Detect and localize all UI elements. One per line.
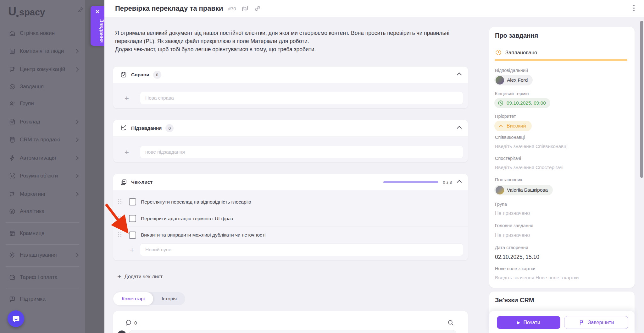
activities-header[interactable]: Справи 0 [113, 67, 468, 83]
modal-backdrop[interactable]: Uspacy Стрічка новин Компанія та люди Це… [0, 0, 104, 333]
sidebar-item-newsfeed[interactable]: Стрічка новин [9, 29, 81, 38]
link-icon[interactable] [254, 5, 261, 12]
priority-high-icon [498, 123, 504, 129]
avatar [496, 186, 504, 194]
sidebar-item-groups[interactable]: Групи [9, 99, 81, 108]
comments-history-tabs: Коментарі Історія [113, 292, 185, 305]
comment-bubble-icon [125, 319, 132, 326]
sidebar: Uspacy Стрічка новин Компанія та люди Це… [0, 0, 85, 333]
section-subtasks: Підзавдання 0 + [113, 120, 468, 162]
check-circle-icon [9, 83, 16, 90]
drag-handle-icon[interactable] [118, 199, 121, 205]
status-selector[interactable]: Заплановано [495, 49, 537, 56]
task-header: Перевірка перекладу та правки #70 [104, 0, 644, 17]
comment-input[interactable] [129, 330, 457, 333]
priority-pill[interactable]: Високий [494, 121, 532, 131]
search-icon[interactable] [447, 319, 454, 326]
uspacy-logo: Uspacy [8, 5, 45, 18]
slideover-tab-label: Завдання [91, 18, 104, 45]
sidebar-item-communications[interactable]: Центр комунікацій [9, 65, 81, 74]
checklist-item: Переглянути переклад на відповідність гл… [113, 194, 468, 210]
checkbox[interactable] [129, 232, 136, 239]
sidebar-item-marketing[interactable]: Маркетинг [9, 189, 81, 199]
sidebar-item-tasks[interactable]: Завдання [9, 82, 81, 91]
chevron-right-icon [74, 49, 79, 53]
comments-card: 0 [113, 311, 468, 333]
close-icon[interactable]: × [91, 8, 104, 16]
start-button[interactable]: ▶ Почати [497, 316, 560, 329]
page-title: Перевірка перекладу та правки [115, 4, 223, 13]
more-menu-icon[interactable] [633, 5, 635, 11]
sidebar-item-settings[interactable]: Налаштування [9, 250, 81, 260]
sidebar-item-support[interactable]: Підтримка [9, 294, 81, 304]
section-activities: Справи 0 + [113, 67, 468, 108]
author-pill[interactable]: Valeriia Башкірова [494, 185, 553, 195]
subtasks-icon [120, 125, 127, 132]
task-panel: Перевірка перекладу та правки #70 Я отри… [104, 0, 644, 333]
scrollbar-thumb[interactable] [640, 21, 643, 178]
chevron-right-icon [74, 67, 79, 72]
section-checklist: Чек-лист 0 з 3 Переглянути переклад на в… [113, 174, 468, 260]
chevron-up-icon[interactable] [457, 72, 462, 77]
divider [6, 222, 79, 223]
chevron-right-icon [74, 174, 79, 178]
new-subtask-input[interactable] [140, 146, 463, 158]
chevron-up-icon[interactable] [457, 180, 462, 185]
support-chat-fab[interactable] [8, 310, 24, 327]
comments-count: 0 [125, 319, 137, 326]
plus-icon[interactable]: + [125, 149, 129, 156]
checkbox[interactable] [129, 198, 136, 205]
new-activity-input[interactable] [140, 92, 463, 104]
pin-sidebar-icon[interactable] [77, 6, 84, 13]
task-actions-bar: ▶ Почати Завершити [489, 311, 635, 333]
coexecutors-input[interactable]: Введіть значення Співвиконавці [495, 144, 568, 149]
created-date-value: 02.10.2025, 15:10 [495, 254, 539, 260]
new-checklist-item-input[interactable] [140, 243, 463, 256]
home-icon [9, 30, 16, 37]
slideover-tab-tasks[interactable]: × Завдання [91, 6, 104, 46]
checkbox[interactable] [129, 215, 136, 222]
question-bubble-icon [9, 296, 16, 303]
sidebar-item-smart-objects[interactable]: Розумні об'єкти [9, 171, 81, 181]
chevron-right-icon [74, 253, 79, 257]
sidebar-item-store[interactable]: Крамниця [9, 229, 81, 238]
deadline-pill[interactable]: 09.10.2025, 09:00 [494, 98, 550, 108]
avatar [496, 76, 504, 85]
sidebar-item-analytics[interactable]: Аналітика [9, 207, 81, 216]
copy-icon[interactable] [241, 5, 249, 12]
crm-title: Зв'язки CRM [495, 297, 534, 304]
tab-comments[interactable]: Коментарі [113, 292, 153, 305]
lightning-icon [9, 155, 16, 161]
task-description: Я отримала великий документ від нашої по… [115, 29, 474, 53]
tab-history[interactable]: Історія [153, 292, 185, 305]
group-value: Не призначено [495, 210, 530, 216]
checklist-progressbar [383, 181, 438, 183]
drag-handle-icon[interactable] [118, 216, 121, 221]
checklist-item: Перевірити адаптацію термінів і UI-фраз [113, 210, 468, 227]
custom-field-input[interactable]: Введіть значення Нове поле з картки [495, 275, 579, 281]
observers-input[interactable]: Введіть значення Спостерігачі [495, 165, 564, 170]
responsible-pill[interactable]: Alex Ford [494, 75, 533, 85]
sidebar-item-billing[interactable]: Тариф і оплата [9, 273, 81, 282]
sidebar-item-automation[interactable]: Автоматизація [9, 153, 81, 163]
sidebar-item-company[interactable]: Компанія та люди [9, 46, 81, 56]
about-title: Про завдання [495, 32, 538, 39]
plus-icon[interactable]: + [125, 95, 129, 101]
drag-handle-icon[interactable] [118, 232, 121, 238]
chevron-right-icon [74, 138, 79, 142]
divider [6, 288, 79, 288]
finish-button[interactable]: Завершити [564, 316, 628, 329]
checklist-item: Виявити та виправити можливі дублікати ч… [113, 227, 468, 243]
subtasks-header[interactable]: Підзавдання 0 [113, 120, 468, 136]
sidebar-item-crm[interactable]: CRM та продажі [9, 135, 81, 145]
plus-icon: + [117, 273, 121, 281]
plus-icon[interactable]: + [130, 247, 134, 253]
storefront-icon [9, 230, 16, 237]
sidebar-item-schedule[interactable]: Розклад [9, 117, 81, 127]
add-checklist-button[interactable]: + Додати чек-лист [117, 273, 163, 281]
chevron-up-icon[interactable] [457, 126, 462, 131]
wallet-icon [9, 274, 16, 281]
count-badge: 0 [165, 124, 174, 132]
about-task-card: Про завдання Заплановано Відповідальний … [489, 27, 635, 288]
checklist-header[interactable]: Чек-лист 0 з 3 [113, 174, 468, 190]
